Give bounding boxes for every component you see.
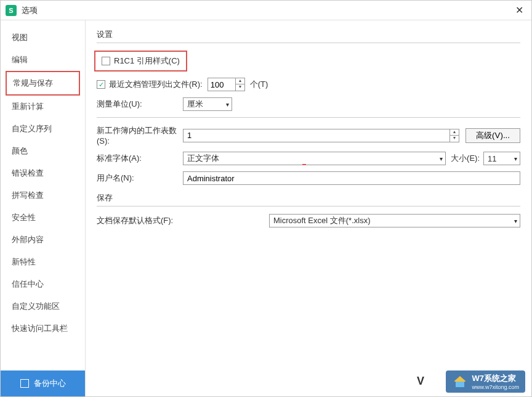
unit-value: 厘米 <box>187 99 203 110</box>
main-panel: 设置 R1C1 引用样式(C) 最近文档管理列出文件(R): ▴ ▾ 个(T) <box>86 20 531 396</box>
watermark-text: W7系统之家 <box>472 373 519 384</box>
dialog-body: 视图 编辑 常规与保存 重新计算 自定义序列 颜色 错误检查 拼写检查 安全性 … <box>1 20 531 396</box>
username-row: 用户名(N): <box>97 171 520 185</box>
nav-trust-center[interactable]: 信任中心 <box>6 273 80 295</box>
nav-edit[interactable]: 编辑 <box>6 49 80 71</box>
unit-row: 测量单位(U): 厘米 <box>97 97 520 111</box>
recent-files-label: 最近文档管理列出文件(R): <box>109 79 203 90</box>
advanced-button[interactable]: 高级(V)... <box>465 128 520 143</box>
settings-title: 设置 <box>97 29 520 40</box>
font-value: 正文字体 <box>187 153 219 164</box>
nav-view[interactable]: 视图 <box>6 27 80 49</box>
nav-customize-ribbon[interactable]: 自定义功能区 <box>6 295 80 317</box>
sidebar: 视图 编辑 常规与保存 重新计算 自定义序列 颜色 错误检查 拼写检查 安全性 … <box>1 20 86 396</box>
size-select[interactable]: 11 <box>483 152 520 165</box>
r1c1-checkbox[interactable] <box>102 57 110 65</box>
watermark-url: www.w7xitong.com <box>472 384 519 390</box>
recent-files-unit: 个(T) <box>250 79 268 90</box>
save-title: 保存 <box>97 192 520 203</box>
watermark-text-box: W7系统之家 www.w7xitong.com <box>472 373 519 390</box>
unit-select[interactable]: 厘米 <box>183 97 232 111</box>
backup-center-button[interactable]: 备份中心 <box>1 370 85 396</box>
backup-label: 备份中心 <box>34 378 66 389</box>
recent-files-input[interactable] <box>208 78 235 91</box>
watermark-badge: W7系统之家 www.w7xitong.com <box>446 370 525 393</box>
size-label: 大小(E): <box>451 153 480 164</box>
watermark-v: V <box>417 375 424 388</box>
nav-new-features[interactable]: 新特性 <box>6 251 80 273</box>
nav-recalc[interactable]: 重新计算 <box>6 96 80 118</box>
divider <box>97 117 520 118</box>
recent-files-row: 最近文档管理列出文件(R): ▴ ▾ 个(T) <box>97 78 520 91</box>
r1c1-label: R1C1 引用样式(C) <box>114 55 180 67</box>
nav-custom-lists[interactable]: 自定义序列 <box>6 118 80 140</box>
nav-error-check[interactable]: 错误检查 <box>6 162 80 184</box>
spinner-buttons: ▴ ▾ <box>235 78 244 91</box>
nav-color[interactable]: 颜色 <box>6 140 80 162</box>
nav-list: 视图 编辑 常规与保存 重新计算 自定义序列 颜色 错误检查 拼写检查 安全性 … <box>1 20 85 370</box>
font-row: 标准字体(A): 正文字体 大小(E): 11 <box>97 152 520 165</box>
font-label: 标准字体(A): <box>97 153 183 164</box>
format-select[interactable]: Microsoft Excel 文件(*.xlsx) <box>269 214 520 227</box>
backup-icon <box>20 379 29 388</box>
nav-external[interactable]: 外部内容 <box>6 229 80 251</box>
recent-files-spinner[interactable]: ▴ ▾ <box>208 78 245 91</box>
title-text: 选项 <box>22 5 512 16</box>
app-icon: S <box>6 5 17 16</box>
red-marker <box>302 164 306 165</box>
nav-spell-check[interactable]: 拼写检查 <box>6 184 80 207</box>
spinner-buttons: ▴ ▾ <box>449 129 459 142</box>
sheets-input[interactable] <box>183 129 449 142</box>
font-select[interactable]: 正文字体 <box>183 152 446 165</box>
recent-files-checkbox[interactable] <box>97 80 105 89</box>
username-input[interactable] <box>183 171 520 185</box>
house-icon <box>452 374 468 389</box>
close-button[interactable]: ✕ <box>512 4 526 16</box>
spin-up-icon[interactable]: ▴ <box>450 129 459 136</box>
options-dialog: S 选项 ✕ 视图 编辑 常规与保存 重新计算 自定义序列 颜色 错误检查 拼写… <box>0 0 532 397</box>
format-value: Microsoft Excel 文件(*.xlsx) <box>273 215 370 226</box>
nav-general-save[interactable]: 常规与保存 <box>6 71 80 96</box>
nav-security[interactable]: 安全性 <box>6 207 80 229</box>
size-value: 11 <box>488 154 496 163</box>
username-label: 用户名(N): <box>97 173 183 184</box>
nav-quick-access[interactable]: 快速访问工具栏 <box>6 317 80 340</box>
r1c1-highlight-box: R1C1 引用样式(C) <box>94 51 187 72</box>
sheets-row: 新工作簿内的工作表数(S): ▴ ▾ 高级(V)... <box>97 125 520 145</box>
format-row: 文档保存默认格式(F): Microsoft Excel 文件(*.xlsx) <box>97 214 520 227</box>
format-label: 文档保存默认格式(F): <box>97 215 269 226</box>
spin-down-icon[interactable]: ▾ <box>236 84 244 91</box>
divider <box>97 206 520 207</box>
spin-down-icon[interactable]: ▾ <box>450 136 459 142</box>
sheets-label: 新工作簿内的工作表数(S): <box>97 125 183 145</box>
sheets-spinner[interactable]: ▴ ▾ <box>183 129 459 142</box>
titlebar: S 选项 ✕ <box>1 1 531 20</box>
divider <box>97 43 520 43</box>
unit-label: 测量单位(U): <box>97 99 183 110</box>
